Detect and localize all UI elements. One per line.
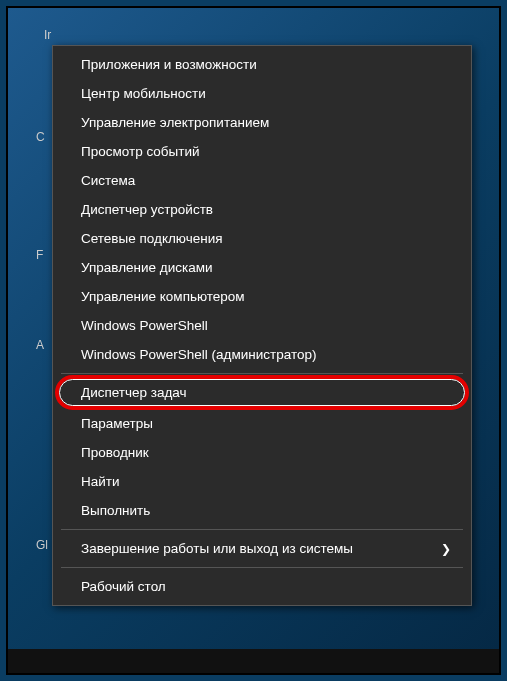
menu-item-system[interactable]: Система <box>53 166 471 195</box>
menu-label: Параметры <box>81 416 153 431</box>
menu-item-network-connections[interactable]: Сетевые подключения <box>53 224 471 253</box>
menu-label: Windows PowerShell <box>81 318 208 333</box>
menu-item-event-viewer[interactable]: Просмотр событий <box>53 137 471 166</box>
menu-label: Завершение работы или выход из системы <box>81 541 353 556</box>
menu-label: Рабочий стол <box>81 579 166 594</box>
menu-label: Проводник <box>81 445 149 460</box>
menu-item-shutdown-signout[interactable]: Завершение работы или выход из системы ❯ <box>53 534 471 563</box>
highlighted-item-wrap: Диспетчер задач <box>63 378 461 407</box>
menu-item-mobility-center[interactable]: Центр мобильности <box>53 79 471 108</box>
menu-label: Управление дисками <box>81 260 213 275</box>
menu-item-task-manager[interactable]: Диспетчер задач <box>63 378 461 407</box>
menu-item-settings[interactable]: Параметры <box>53 409 471 438</box>
menu-label: Центр мобильности <box>81 86 206 101</box>
menu-label: Просмотр событий <box>81 144 200 159</box>
menu-label: Найти <box>81 474 120 489</box>
menu-item-explorer[interactable]: Проводник <box>53 438 471 467</box>
menu-label: Windows PowerShell (администратор) <box>81 347 316 362</box>
bg-icon-label: F <box>36 248 43 262</box>
chevron-right-icon: ❯ <box>441 542 451 556</box>
menu-item-power-options[interactable]: Управление электропитанием <box>53 108 471 137</box>
menu-item-powershell[interactable]: Windows PowerShell <box>53 311 471 340</box>
menu-separator <box>61 373 463 374</box>
menu-label: Диспетчер устройств <box>81 202 213 217</box>
menu-item-powershell-admin[interactable]: Windows PowerShell (администратор) <box>53 340 471 369</box>
winx-context-menu: Приложения и возможности Центр мобильнос… <box>52 45 472 606</box>
menu-label: Управление компьютером <box>81 289 245 304</box>
taskbar[interactable] <box>8 649 499 673</box>
menu-label: Управление электропитанием <box>81 115 269 130</box>
menu-label: Выполнить <box>81 503 150 518</box>
menu-label: Диспетчер задач <box>81 385 187 400</box>
menu-item-computer-management[interactable]: Управление компьютером <box>53 282 471 311</box>
menu-label: Сетевые подключения <box>81 231 223 246</box>
bg-icon-label: A <box>36 338 44 352</box>
bg-icon-label: Ir <box>44 28 51 42</box>
menu-separator <box>61 567 463 568</box>
bg-icon-label: Gl <box>36 538 48 552</box>
menu-item-device-manager[interactable]: Диспетчер устройств <box>53 195 471 224</box>
menu-label: Система <box>81 173 135 188</box>
menu-item-search[interactable]: Найти <box>53 467 471 496</box>
bg-icon-label: C <box>36 130 45 144</box>
menu-item-run[interactable]: Выполнить <box>53 496 471 525</box>
menu-item-desktop[interactable]: Рабочий стол <box>53 572 471 601</box>
menu-label: Приложения и возможности <box>81 57 257 72</box>
menu-item-disk-management[interactable]: Управление дисками <box>53 253 471 282</box>
menu-item-apps-features[interactable]: Приложения и возможности <box>53 50 471 79</box>
menu-separator <box>61 529 463 530</box>
desktop-background: Ir C F A k Gl Приложения и возможности Ц… <box>6 6 501 675</box>
